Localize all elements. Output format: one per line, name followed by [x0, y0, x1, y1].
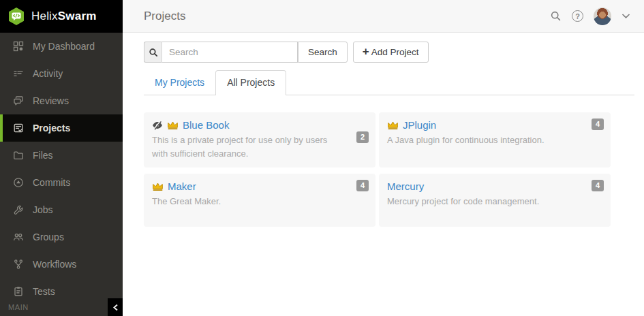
project-description: Mercury project for code management.: [387, 195, 602, 208]
sidebar-item-my-dashboard[interactable]: My Dashboard: [0, 33, 123, 60]
project-description: This is a private project for use only b…: [152, 133, 367, 161]
header-actions: ?: [550, 7, 630, 25]
brand-name: HelixSwarm: [31, 10, 97, 23]
sidebar-item-label: Projects: [33, 123, 70, 133]
reviews-icon: [13, 95, 24, 106]
sidebar-item-jobs[interactable]: Jobs: [0, 196, 123, 223]
search-button[interactable]: Search: [298, 42, 348, 63]
chevron-left-icon: [112, 304, 119, 311]
help-icon[interactable]: ?: [572, 10, 583, 22]
content: Search + Add Project My Projects All Pro…: [123, 33, 644, 227]
add-project-button[interactable]: + Add Project: [353, 42, 429, 63]
project-description: The Great Maker.: [152, 195, 367, 208]
projects-toolbar: Search + Add Project: [144, 42, 634, 63]
sidebar-item-label: Workflows: [33, 259, 76, 270]
project-link[interactable]: Maker: [168, 180, 196, 192]
sidebar-item-label: Files: [33, 150, 53, 161]
sidebar-item-label: Jobs: [33, 204, 53, 215]
sidebar-item-workflows[interactable]: Workflows: [0, 251, 123, 278]
project-card-mercury[interactable]: Mercury Mercury project for code managem…: [379, 174, 611, 227]
projects-icon: [13, 123, 24, 133]
helix-swarm-app: HelixSwarm My Dashboard Activity: [0, 0, 644, 316]
review-count-badge: 4: [592, 180, 604, 191]
user-avatar[interactable]: [594, 7, 611, 25]
main-area: Projects ?: [123, 0, 644, 316]
activity-icon: [13, 68, 24, 79]
sidebar-item-label: My Dashboard: [33, 41, 95, 52]
sidebar-item-label: Activity: [33, 68, 63, 79]
sidebar-item-projects[interactable]: Projects: [0, 114, 123, 142]
dashboard-icon: [13, 41, 24, 52]
review-count-badge: 4: [356, 180, 369, 191]
project-link[interactable]: JPlugin: [403, 119, 436, 131]
project-link[interactable]: Mercury: [387, 180, 424, 192]
search-addon-icon: [144, 42, 162, 63]
chevron-down-icon[interactable]: [622, 13, 630, 19]
tab-my-projects[interactable]: My Projects: [144, 71, 215, 95]
owner-crown-icon: [387, 121, 399, 130]
project-card-jplugin[interactable]: JPlugin A Java plugin for continuous int…: [379, 112, 611, 168]
plus-icon: +: [363, 46, 369, 57]
search-input[interactable]: [162, 42, 298, 63]
owner-crown-icon: [167, 121, 179, 130]
add-project-label: Add Project: [371, 47, 419, 57]
folder-icon: [13, 150, 24, 161]
project-card-blue-book[interactable]: Blue Book This is a private project for …: [144, 112, 375, 168]
sidebar-item-commits[interactable]: Commits: [0, 169, 123, 196]
sidebar-item-label: Groups: [33, 232, 64, 242]
brand-logo[interactable]: HelixSwarm: [0, 0, 123, 33]
commit-icon: [13, 177, 24, 188]
review-count-badge: 2: [356, 131, 369, 143]
sidebar-item-label: Commits: [33, 177, 70, 188]
page-title: Projects: [144, 10, 185, 23]
sidebar-item-label: Reviews: [33, 95, 69, 106]
private-eye-slash-icon: [152, 120, 163, 131]
owner-crown-icon: [152, 182, 164, 191]
sidebar: HelixSwarm My Dashboard Activity: [0, 0, 123, 316]
tab-all-projects[interactable]: All Projects: [215, 70, 286, 95]
sidebar-collapse-button[interactable]: [108, 298, 123, 316]
groups-icon: [13, 232, 24, 242]
help-glyph: ?: [575, 12, 580, 20]
sidebar-item-label: Tests: [33, 286, 55, 297]
projects-tabs: My Projects All Projects: [144, 70, 634, 95]
search-group: Search: [144, 42, 348, 63]
review-count-badge: 4: [592, 118, 604, 130]
sidebar-item-activity[interactable]: Activity: [0, 60, 123, 87]
workflow-icon: [13, 259, 24, 270]
project-link[interactable]: Blue Book: [183, 119, 229, 131]
top-header: Projects ?: [123, 0, 644, 33]
sidebar-footer: MAIN: [0, 298, 123, 316]
projects-grid: Blue Book This is a private project for …: [144, 112, 634, 227]
sidebar-item-reviews[interactable]: Reviews: [0, 87, 123, 114]
wrench-icon: [13, 204, 24, 215]
sidebar-item-files[interactable]: Files: [0, 142, 123, 169]
helix-swarm-logo-icon: [7, 7, 25, 26]
sidebar-item-groups[interactable]: Groups: [0, 223, 123, 251]
sidebar-footer-label: MAIN: [8, 303, 29, 311]
project-description: A Java plugin for continuous integration…: [387, 133, 602, 147]
project-card-maker[interactable]: Maker The Great Maker. 4: [144, 174, 375, 227]
sidebar-nav: My Dashboard Activity Reviews: [0, 33, 123, 305]
search-icon[interactable]: [550, 10, 562, 22]
tests-icon: [13, 286, 24, 297]
